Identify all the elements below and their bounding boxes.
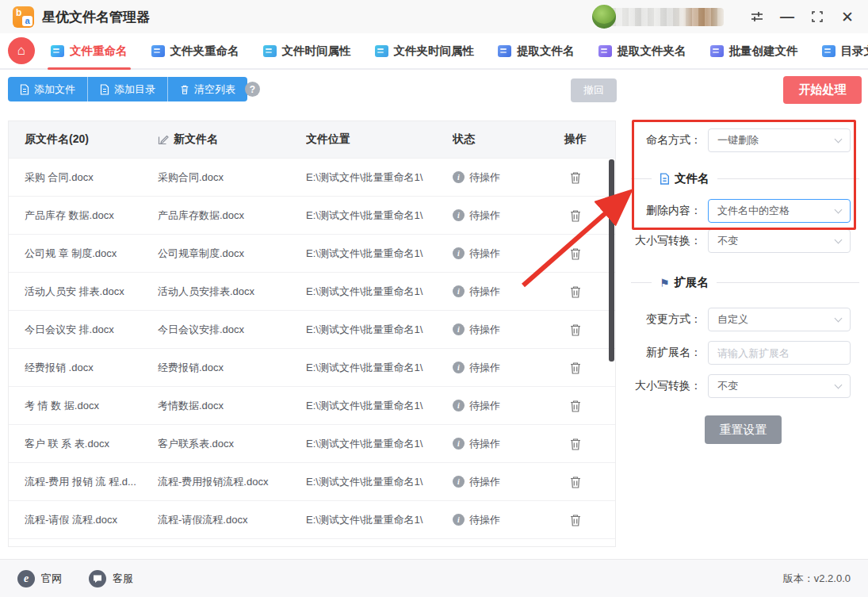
tab-file-time[interactable]: 文件时间属性 [263, 33, 351, 68]
delete-row-icon[interactable] [569, 209, 582, 223]
divider [631, 282, 652, 283]
delete-row-icon[interactable] [569, 323, 582, 337]
new-filename: 客户联系表.docx [158, 437, 306, 451]
start-process-button[interactable]: 开始处理 [783, 76, 862, 104]
user-account-blurred[interactable] [592, 5, 725, 29]
tab-batch-create[interactable]: 批量创建文件 [710, 33, 798, 68]
file-time-icon [263, 45, 277, 57]
flag-icon: ⚑ [660, 277, 670, 289]
tab-label: 文件夹时间属性 [394, 44, 475, 59]
new-filename: 今日会议安排.docx [158, 323, 306, 337]
case-convert-value: 不变 [717, 234, 738, 248]
delete-row-icon[interactable] [569, 247, 582, 261]
undo-button[interactable]: 撤回 [571, 78, 617, 102]
change-method-field: 变更方式： 自定义 [626, 308, 859, 331]
info-icon: i [453, 285, 465, 297]
info-icon: i [453, 323, 465, 335]
tab-file-rename[interactable]: 文件重命名 [51, 33, 128, 68]
chevron-down-icon [835, 136, 843, 144]
add-file-label: 添加文件 [34, 82, 75, 97]
new-extension-input[interactable] [708, 341, 851, 365]
status-text: 待操作 [469, 209, 500, 223]
change-method-select[interactable]: 自定义 [708, 308, 851, 331]
info-icon: i [453, 209, 465, 221]
reset-settings-button[interactable]: 重置设置 [705, 415, 782, 444]
case-convert-label: 大小写转换： [626, 379, 702, 393]
home-button[interactable]: ⌂ [8, 37, 35, 64]
tab-folder-time[interactable]: 文件夹时间属性 [375, 33, 475, 68]
app-window: b a 星优文件名管理器 — ✕ ⌂ [0, 0, 868, 597]
change-method-value: 自定义 [717, 312, 748, 327]
logo-letter-b: b [16, 7, 21, 18]
table-row: 流程-费用 报销 流 程.d... 流程-费用报销流程.docx E:\测试文件… [9, 462, 615, 500]
orig-filename: 公司规 章 制度.docx [25, 247, 158, 261]
new-filename: 产品库存数据.docx [158, 209, 306, 223]
status-text: 待操作 [469, 285, 500, 299]
settings-panel: 命名方式： 一键删除 文件名 删除内容： 文件名中的空格 大小写转换： [626, 121, 859, 444]
settings-sliders-icon[interactable] [744, 5, 770, 29]
delete-row-icon[interactable] [569, 285, 582, 299]
divider [631, 178, 652, 179]
file-path: E:\测试文件\批量重命名1\ [306, 475, 453, 489]
scrollbar-thumb[interactable] [609, 159, 614, 362]
case-convert-select-2[interactable]: 不变 [708, 374, 851, 398]
close-button[interactable]: ✕ [835, 5, 860, 29]
delete-row-icon[interactable] [569, 513, 582, 527]
official-site-link[interactable]: e 官网 [17, 570, 62, 587]
file-path: E:\测试文件\批量重命名1\ [306, 323, 453, 337]
op-cell [536, 170, 615, 185]
maximize-button[interactable] [805, 5, 830, 29]
extract-filename-icon [498, 45, 511, 57]
case-convert-value: 不变 [717, 379, 738, 393]
table-row: 客户 联 系 表.docx 客户联系表.docx E:\测试文件\批量重命名1\… [9, 424, 615, 462]
tab-extract-foldername[interactable]: 提取文件夹名 [598, 33, 686, 68]
delete-content-select[interactable]: 文件名中的空格 [708, 199, 851, 223]
edit-icon [158, 134, 169, 145]
table-row: 活动人员安 排表.docx 活动人员安排表.docx E:\测试文件\批量重命名… [9, 272, 615, 310]
tabs: 文件重命名 文件夹重命名 文件时间属性 文件夹时间属性 提取文件名 提取文件夹名 [51, 33, 868, 68]
new-filename: 考情数据.docx [158, 399, 306, 413]
info-icon: i [453, 247, 465, 259]
tab-merge-extract[interactable]: 目录文件合并/提取 [822, 33, 868, 68]
add-directory-button[interactable]: 添加目录 [88, 77, 168, 101]
status-text: 待操作 [469, 513, 500, 527]
info-icon: i [453, 171, 465, 183]
titlebar-controls: — ✕ [592, 5, 860, 29]
tab-folder-rename[interactable]: 文件夹重命名 [151, 33, 239, 68]
delete-row-icon[interactable] [569, 361, 582, 375]
tab-label: 目录文件合并/提取 [841, 44, 868, 59]
case-convert-select-1[interactable]: 不变 [708, 229, 851, 253]
new-extension-field: 新扩展名： [626, 341, 859, 365]
new-filename: 采购合同.docx [158, 170, 306, 185]
status-bar: e 官网 客服 版本：v2.2.0.0 [0, 559, 868, 597]
delete-row-icon[interactable] [569, 475, 582, 489]
info-icon: i [453, 400, 465, 411]
case-convert-field-2: 大小写转换： 不变 [626, 374, 859, 398]
new-filename: 经费报销.docx [158, 361, 306, 375]
status-text: 待操作 [469, 170, 500, 185]
naming-method-select[interactable]: 一键删除 [708, 128, 851, 152]
case-convert-label: 大小写转换： [626, 234, 702, 248]
table-row: 产品库存 数据.docx 产品库存数据.docx E:\测试文件\批量重命名1\… [9, 196, 615, 234]
tab-label: 批量创建文件 [729, 44, 798, 59]
tab-label: 提取文件夹名 [618, 44, 686, 59]
tab-label: 文件时间属性 [282, 44, 351, 59]
version-text: 版本：v2.2.0.0 [783, 572, 851, 586]
toolbar-button-group: 添加文件 添加目录 清空列表 [8, 77, 247, 101]
chat-bubble-icon [89, 570, 106, 587]
tab-extract-filename[interactable]: 提取文件名 [498, 33, 575, 68]
minimize-button[interactable]: — [774, 5, 800, 29]
file-path: E:\测试文件\批量重命名1\ [306, 513, 453, 527]
delete-row-icon[interactable] [569, 170, 582, 185]
help-icon[interactable]: ? [245, 82, 260, 97]
clear-list-button[interactable]: 清空列表 [168, 77, 247, 101]
add-file-button[interactable]: 添加文件 [8, 77, 88, 101]
file-path: E:\测试文件\批量重命名1\ [306, 285, 453, 299]
delete-row-icon[interactable] [569, 399, 582, 413]
delete-row-icon[interactable] [569, 437, 582, 451]
file-path: E:\测试文件\批量重命名1\ [306, 399, 453, 413]
table-row: i [9, 538, 615, 547]
customer-support-link[interactable]: 客服 [89, 570, 133, 587]
extension-section-title: 扩展名 [675, 275, 709, 290]
delete-content-value: 文件名中的空格 [717, 204, 790, 218]
